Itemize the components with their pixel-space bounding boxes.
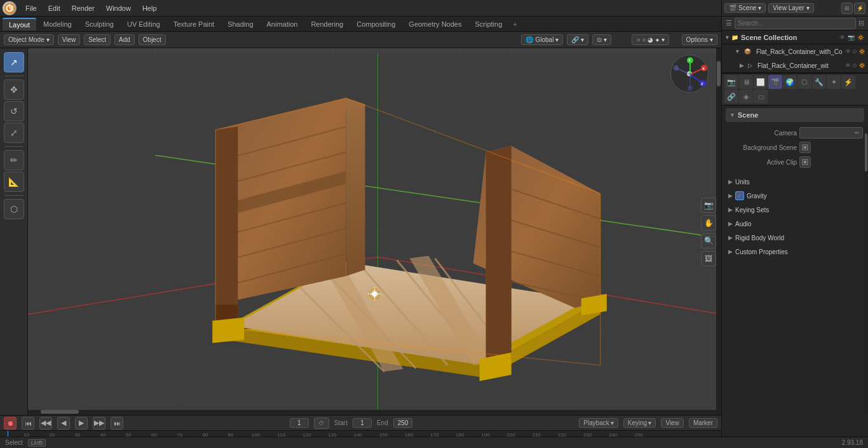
- outliner-eye-icon[interactable]: 👁: [839, 34, 845, 41]
- step-back-frame-button[interactable]: ◀: [57, 417, 70, 430]
- rotate-tool[interactable]: ↺: [4, 101, 24, 121]
- menu-render[interactable]: Render: [67, 3, 100, 13]
- prop-icon-modifiers[interactable]: 🔧: [812, 75, 826, 89]
- tab-shading[interactable]: Shading: [221, 18, 259, 30]
- jump-end-button[interactable]: ⏭: [111, 417, 123, 430]
- gravity-checkbox[interactable]: ✓: [735, 191, 744, 200]
- keying-menu[interactable]: Keying ▾: [623, 418, 656, 428]
- viewport-image-icon[interactable]: 🖼: [701, 251, 716, 266]
- tab-texture-paint[interactable]: Texture Paint: [167, 18, 220, 30]
- view-layer-selector[interactable]: View Layer ▾: [768, 3, 813, 13]
- tab-animation[interactable]: Animation: [261, 18, 304, 30]
- rigid-body-world-section[interactable]: ▶ Rigid Body World: [726, 231, 864, 245]
- outliner-camera-icon[interactable]: 📷: [848, 34, 855, 41]
- transform-dropdown[interactable]: 🌐 Global ▾: [521, 34, 563, 45]
- record-button[interactable]: ⏺: [4, 417, 17, 430]
- scale-tool[interactable]: ⤢: [4, 123, 24, 143]
- viewport-hand-icon[interactable]: ✋: [701, 215, 716, 231]
- prop-icon-material[interactable]: ⬭: [754, 90, 768, 104]
- scrollbar-thumb-v[interactable]: [717, 61, 721, 86]
- 3d-viewport[interactable]: User Perspective (1) Scene Collection: [28, 48, 721, 415]
- playback-menu[interactable]: Playback ▾: [579, 418, 618, 428]
- item-eye-1[interactable]: 👁: [845, 62, 851, 69]
- outliner-item-0[interactable]: ▼ 📦 Flat_Rack_Container_with_Co 👁 ⊙ 🔅: [722, 44, 868, 58]
- item-sel-0[interactable]: ⊙: [852, 48, 857, 55]
- menu-edit[interactable]: Edit: [43, 3, 65, 13]
- select-menu[interactable]: Select: [84, 34, 111, 45]
- custom-properties-section[interactable]: ▶ Custom Properties: [726, 245, 864, 259]
- options-button[interactable]: Options ▾: [682, 34, 717, 45]
- step-back-button[interactable]: ◀◀: [39, 417, 52, 430]
- prop-icon-object[interactable]: ⬡: [797, 75, 811, 89]
- scene-selector[interactable]: 🎬 Scene ▾: [724, 3, 766, 13]
- background-scene-btn[interactable]: [799, 142, 811, 153]
- tab-uv-editing[interactable]: UV Editing: [121, 18, 166, 30]
- measure-tool[interactable]: 📐: [4, 172, 24, 192]
- viewport-gizmo[interactable]: X Y Z: [670, 55, 715, 99]
- prop-icon-render[interactable]: 📷: [724, 75, 738, 89]
- scene-collection-expand[interactable]: ▼: [724, 34, 730, 41]
- add-workspace-button[interactable]: +: [509, 19, 520, 29]
- object-menu[interactable]: Object: [139, 34, 166, 45]
- snap-toggle[interactable]: 🔗 ▾: [567, 34, 588, 45]
- annotate-tool[interactable]: ✏: [4, 150, 24, 170]
- viewport-zoom-icon[interactable]: 🔍: [701, 233, 716, 248]
- time-display-icon[interactable]: ⏱: [314, 417, 329, 429]
- active-clip-btn[interactable]: [799, 156, 811, 168]
- camera-value[interactable]: ✏: [799, 127, 863, 139]
- view-menu[interactable]: View: [58, 34, 81, 45]
- add-cube-tool[interactable]: ⬡: [4, 199, 24, 219]
- current-frame[interactable]: 1: [290, 418, 309, 428]
- viewport-scrollbar-vertical[interactable]: [716, 48, 721, 415]
- tab-modeling[interactable]: Modeling: [37, 18, 78, 30]
- keying-sets-section[interactable]: ▶ Keying Sets: [726, 203, 864, 217]
- right-panel-icon-2[interactable]: ⚡: [854, 3, 865, 14]
- item-sel-1[interactable]: ⊙: [852, 62, 857, 69]
- end-frame[interactable]: 250: [393, 418, 413, 428]
- marker-menu[interactable]: Marker: [689, 418, 717, 428]
- gravity-section[interactable]: ▶ ✓ Gravity: [726, 189, 864, 203]
- prop-icon-data[interactable]: ◈: [739, 90, 753, 104]
- scene-section-header[interactable]: ▼ Scene: [726, 108, 864, 122]
- outliner-filter-btn[interactable]: ⊟: [858, 19, 864, 27]
- add-menu[interactable]: Add: [114, 34, 135, 45]
- select-tool[interactable]: ↗: [4, 52, 24, 72]
- right-panel-icon-1[interactable]: ⊞: [841, 3, 853, 14]
- tab-geometry-nodes[interactable]: Geometry Nodes: [402, 18, 468, 30]
- item-expand-0[interactable]: ▼: [735, 48, 740, 55]
- prop-icon-world[interactable]: 🌍: [783, 75, 797, 89]
- viewport-camera-icon[interactable]: 📷: [701, 198, 716, 213]
- menu-file[interactable]: File: [20, 3, 42, 13]
- scrollbar-thumb-h[interactable]: [41, 410, 79, 414]
- outliner-filter-icon[interactable]: ☰: [726, 19, 732, 27]
- outliner-item-1[interactable]: ▶ ▷ Flat_Rack_Container_wit 👁 ⊙ 🔅: [722, 58, 868, 72]
- prop-icon-constraints[interactable]: 🔗: [724, 90, 738, 104]
- tab-sculpting[interactable]: Sculpting: [79, 18, 120, 30]
- prop-icon-physics[interactable]: ⚡: [841, 75, 855, 89]
- item-expand-1[interactable]: ▶: [740, 62, 744, 69]
- item-eye-0[interactable]: 👁: [845, 48, 851, 55]
- prop-icon-output[interactable]: 🖥: [739, 75, 753, 89]
- tab-compositing[interactable]: Compositing: [350, 18, 402, 30]
- item-render-1[interactable]: 🔅: [858, 62, 865, 69]
- outliner-search[interactable]: [735, 18, 856, 29]
- object-mode-dropdown[interactable]: Object Mode ▾: [4, 34, 54, 45]
- tab-scripting[interactable]: Scripting: [468, 18, 508, 30]
- outliner-render-icon[interactable]: 🔅: [857, 34, 864, 41]
- item-render-0[interactable]: 🔅: [858, 48, 865, 55]
- viewport-shading[interactable]: ○ ○ ◕ ● ▾: [632, 34, 668, 45]
- audio-section[interactable]: ▶ Audio: [726, 217, 864, 231]
- prop-icon-view-layer[interactable]: ⬜: [754, 75, 768, 89]
- view-menu-timeline[interactable]: View: [661, 418, 684, 428]
- right-panel-scrollbar[interactable]: [864, 127, 868, 415]
- play-button[interactable]: ▶: [75, 417, 88, 430]
- right-panel-scrollbar-thumb[interactable]: [865, 133, 867, 172]
- prop-icon-scene[interactable]: 🎬: [768, 75, 782, 89]
- units-section[interactable]: ▶ Units: [726, 175, 864, 189]
- prop-icon-particles[interactable]: ✦: [827, 75, 841, 89]
- jump-start-button[interactable]: ⏮: [22, 417, 34, 430]
- step-forward-button[interactable]: ▶▶: [93, 417, 105, 430]
- start-frame[interactable]: 1: [353, 418, 372, 428]
- viewport-scrollbar-horizontal[interactable]: [28, 410, 721, 415]
- menu-help[interactable]: Help: [137, 3, 162, 13]
